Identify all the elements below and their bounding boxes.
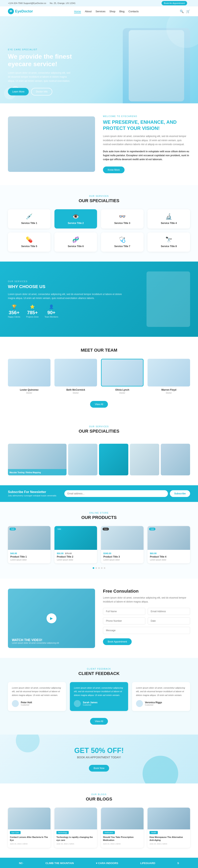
newsletter-section: Subscribe For Newsletter Jutu atimunvery… bbox=[0, 485, 198, 502]
why-description: Lorem ipsum dolor sit amet, consectetur … bbox=[8, 292, 124, 300]
video-play-button[interactable]: ▶ bbox=[46, 613, 57, 623]
spec2-img-bg-4 bbox=[130, 444, 159, 475]
hero-doctor-info-button[interactable]: Doctor Info bbox=[31, 88, 52, 95]
newsletter-form: Subscribe bbox=[64, 490, 190, 497]
stats-container: 🏆 356+ Happy Clients ⭐ 785+ Projects Don… bbox=[8, 304, 124, 318]
why-content: OUR SERVICES WHY CHOOSE US Lorem ipsum d… bbox=[8, 280, 124, 318]
appointment-button[interactable]: Book An Appointment bbox=[162, 1, 187, 5]
service-icon-7: 🩺 bbox=[104, 237, 140, 243]
hero-description: Lorem ipsum dolor sit amet, consectetur … bbox=[8, 71, 71, 83]
search-icon[interactable]: 🔍 bbox=[180, 9, 184, 13]
preserve-know-more-button[interactable]: Know More bbox=[103, 166, 125, 173]
nav-about[interactable]: About bbox=[85, 10, 92, 13]
hero-tag: EYE CARE SPECIALIST bbox=[8, 49, 99, 51]
video-title: WATCH THE VIDEO! bbox=[12, 638, 59, 642]
feedback-author-info-2: Sarah James Customer bbox=[83, 701, 97, 706]
blog-card-1[interactable]: Eye Care Contact Lenses After Bacteria I… bbox=[8, 808, 51, 848]
team-view-all-button[interactable]: View All bbox=[90, 401, 108, 408]
form-email[interactable] bbox=[148, 608, 190, 615]
specialities2-tag: OUR SERVICES bbox=[0, 426, 198, 428]
specialities-title: OUR SPECIALITIES bbox=[8, 198, 190, 203]
spec2-img-bg-5 bbox=[161, 444, 190, 475]
team-name-3: Olivia Lynch bbox=[101, 389, 143, 391]
dot-2[interactable] bbox=[95, 567, 97, 569]
preserve-tag: WELCOME TO EYECARENO bbox=[103, 115, 190, 117]
nav-icons: 🔍 🛒 bbox=[180, 9, 190, 13]
product-info-4: $60.00 Product Title 4 Lorem ipsum dolor bbox=[147, 550, 190, 563]
form-date[interactable] bbox=[148, 617, 190, 624]
hero-learn-more-button[interactable]: Learn More bbox=[8, 88, 29, 95]
feedback-text-2: Lorem ipsum dolor sit amet, consectetur … bbox=[74, 686, 124, 697]
video-desc: Lorem ipsum dolor sit amet consectetur a… bbox=[12, 642, 59, 644]
video-caption: WATCH THE VIDEO! Lorem ipsum dolor sit a… bbox=[12, 638, 59, 644]
team-card-1[interactable]: Lester Quinonez Doctor bbox=[8, 359, 51, 394]
team-card-4[interactable]: Warren Floyd Doctor bbox=[147, 359, 190, 394]
partner-5: S bbox=[177, 862, 179, 865]
blog-card-4[interactable]: Health How Menopause The Alternative Ant… bbox=[147, 808, 190, 848]
partner-3: ♥ CARA INDOORS bbox=[96, 862, 118, 865]
form-phone[interactable] bbox=[103, 617, 145, 624]
team-card-3[interactable]: Olivia Lynch Doctor bbox=[101, 359, 143, 394]
form-fullname[interactable] bbox=[103, 608, 145, 615]
product-card-4[interactable]: Sale $60.00 Product Title 4 Lorem ipsum … bbox=[147, 526, 190, 563]
service-card-4[interactable]: 🔬 Service Title 4 bbox=[147, 209, 190, 228]
blog-card-3[interactable]: Medication Should You Take Prescription … bbox=[101, 808, 143, 848]
product-card-1[interactable]: Sale $40.00 Product Title 1 Lorem ipsum … bbox=[8, 526, 51, 563]
stat-label-1: Happy Clients bbox=[8, 316, 20, 318]
newsletter-text: Subscribe For Newsletter Jutu atimunvery… bbox=[8, 490, 57, 497]
service-card-3[interactable]: 👓 Service Title 3 bbox=[101, 209, 143, 228]
spec2-image-3 bbox=[99, 444, 128, 475]
nav-contacts[interactable]: Contacts bbox=[129, 10, 139, 13]
blog-badge-2: Technology bbox=[57, 831, 69, 834]
service-card-7[interactable]: 🩺 Service Title 7 bbox=[101, 232, 143, 252]
hero-section: EYE CARE SPECIALIST We provide the fines… bbox=[0, 16, 198, 103]
cart-icon[interactable]: 🛒 bbox=[186, 9, 190, 13]
stat-number-3: 90+ bbox=[44, 310, 58, 315]
preserve-title: WE PRESERVE, ENHANCE, AND PROTECT YOUR V… bbox=[103, 119, 190, 131]
logo[interactable]: 👁 EyeDoctor bbox=[8, 8, 33, 14]
feedback-section: CLIENT FEEDBACK CLIENT FEEDBACK Lorem ip… bbox=[0, 658, 198, 735]
team-role-1: Doctor bbox=[8, 392, 51, 394]
blog-card-2[interactable]: Technology Technology is rapidly changin… bbox=[55, 808, 97, 848]
service-name-1: Service Title 1 bbox=[11, 222, 47, 224]
blogs-grid: Eye Care Contact Lenses After Bacteria I… bbox=[8, 808, 190, 848]
hero-buttons: Learn More Doctor Info bbox=[8, 88, 99, 95]
nav-home[interactable]: Home bbox=[74, 10, 81, 13]
form-message[interactable] bbox=[103, 627, 190, 634]
blog-image-1 bbox=[8, 808, 51, 829]
newsletter-subscribe-button[interactable]: Subscribe bbox=[170, 490, 190, 497]
service-card-5[interactable]: 💊 Service Title 5 bbox=[8, 232, 51, 252]
service-card-8[interactable]: 🔭 Service Title 8 bbox=[147, 232, 190, 252]
team-photo-1 bbox=[8, 359, 51, 386]
stat-label-3: Team Members bbox=[44, 316, 58, 318]
email-link[interactable]: Support@EyeDoctor.co bbox=[23, 2, 46, 4]
partner-4: LIFEGUARD bbox=[140, 862, 155, 865]
feedback-role-3: Customer bbox=[145, 704, 162, 706]
product-card-2[interactable]: Sale $50.00 $75.00 Product Title 2 Lorem… bbox=[55, 526, 97, 563]
product-card-3[interactable]: New $340.00 Product Title 3 Lorem ipsum … bbox=[101, 526, 143, 563]
form-submit-button[interactable]: Book Appointment bbox=[103, 638, 132, 645]
service-card-1[interactable]: 💉 Service Title 1 bbox=[8, 209, 51, 228]
team-card-2[interactable]: Beth McCormick Doctor bbox=[55, 359, 97, 394]
service-card-2[interactable]: 👁️ Service Title 2 bbox=[55, 209, 97, 228]
dot-3[interactable] bbox=[98, 567, 100, 569]
dot-4[interactable] bbox=[101, 567, 103, 569]
nav-services[interactable]: Services bbox=[96, 10, 105, 13]
nav-blog[interactable]: Blog bbox=[120, 10, 125, 13]
newsletter-input[interactable] bbox=[64, 490, 168, 497]
nav-shop[interactable]: Shop bbox=[109, 10, 115, 13]
dot-5[interactable] bbox=[104, 567, 105, 569]
newsletter-subtitle: Jutu atimunvery cursoget volutpat turpis… bbox=[8, 494, 57, 497]
blog-meta-2: June 23, 2022 | Admin bbox=[57, 843, 95, 845]
logo-icon: 👁 bbox=[8, 8, 14, 14]
service-icon-5: 💊 bbox=[11, 237, 47, 243]
why-tag: OUR SERVICES bbox=[8, 280, 124, 282]
offer-book-now-button[interactable]: Book Now bbox=[89, 765, 109, 772]
blog-meta-1: June 23, 2022 | Admin bbox=[10, 843, 48, 845]
product-price-1: $40.00 bbox=[10, 552, 48, 555]
spec2-image-2 bbox=[68, 444, 97, 475]
feedback-view-all-button[interactable]: View All bbox=[90, 718, 108, 725]
service-card-6[interactable]: 🧬 Service Title 6 bbox=[55, 232, 97, 252]
dot-1[interactable] bbox=[93, 567, 94, 569]
service-icon-4: 🔬 bbox=[151, 213, 187, 220]
